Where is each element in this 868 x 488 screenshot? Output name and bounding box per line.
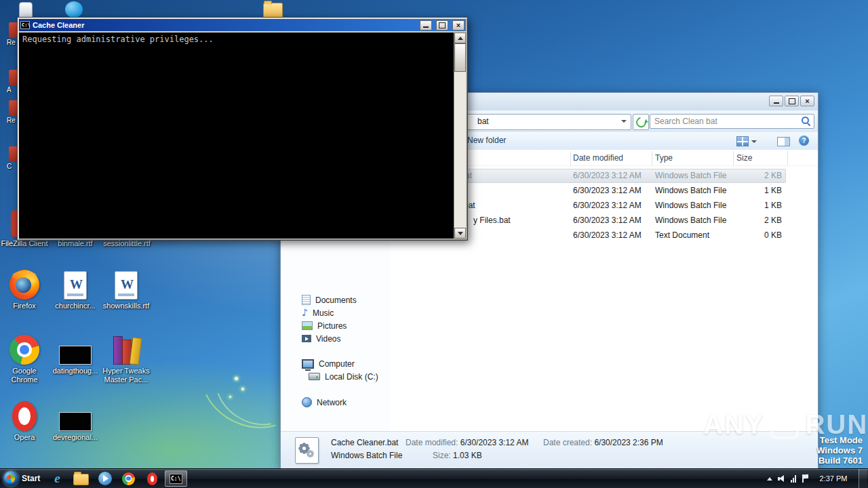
- scroll-down-button[interactable]: [454, 228, 466, 239]
- column-header-date-modified[interactable]: Date modified: [573, 153, 623, 163]
- taskbar-item-chrome[interactable]: [117, 470, 140, 487]
- refresh-button[interactable]: [633, 114, 649, 130]
- file-date: 6/30/2023 3:12 AM: [573, 186, 642, 195]
- minimize-icon: [423, 26, 429, 28]
- file-size: 1 KB: [733, 186, 782, 195]
- sidebar-item-label: Local Disk (C:): [325, 372, 378, 382]
- sidebar-item-network[interactable]: Network: [281, 396, 391, 409]
- cmd-scrollbar[interactable]: [454, 33, 466, 239]
- folder-icon: [73, 474, 89, 485]
- file-type: Windows Batch File: [655, 216, 726, 225]
- scrollbar-thumb[interactable]: [454, 43, 466, 72]
- search-box: [650, 114, 814, 129]
- desktop-icon-label: Hyper Tweaks Master Pac...: [102, 367, 150, 384]
- sidebar-item-music[interactable]: ♪ Music: [281, 306, 391, 319]
- desktop-icon-shownskills-rtf[interactable]: shownskills.rtf: [102, 270, 150, 310]
- taskbar-item-internet-explorer[interactable]: e: [46, 470, 68, 487]
- pictures-icon: [302, 321, 313, 330]
- rtf-document-icon: [64, 271, 87, 300]
- file-name-fragment: y Files.bat: [473, 216, 511, 225]
- desktop-icon-partial[interactable]: [9, 70, 17, 85]
- close-button[interactable]: ×: [800, 96, 814, 106]
- help-button[interactable]: ?: [799, 136, 809, 146]
- desktop-icon-partial[interactable]: [9, 100, 17, 116]
- file-date: 6/30/2023 3:12 AM: [573, 201, 642, 210]
- scroll-up-button[interactable]: [454, 33, 466, 43]
- cmd-output[interactable]: Requesting administrative privileges...: [19, 33, 454, 239]
- column-separator[interactable]: [652, 151, 652, 165]
- taskbar: Start e 2:37 PM: [0, 468, 868, 488]
- volume-icon[interactable]: [778, 475, 785, 483]
- desktop-icon-churchincr[interactable]: churchincr...: [52, 270, 99, 310]
- column-separator[interactable]: [570, 151, 571, 165]
- column-header-type[interactable]: Type: [655, 153, 673, 163]
- taskbar-item-windows-explorer[interactable]: [70, 470, 92, 487]
- search-input[interactable]: [650, 114, 814, 129]
- maximize-button[interactable]: [785, 96, 799, 106]
- desktop-icon-firefox[interactable]: Firefox: [1, 270, 48, 310]
- sidebar-item-label: Music: [313, 308, 334, 318]
- taskbar-item-opera[interactable]: [141, 470, 163, 487]
- watermark-text-any: ANY: [703, 409, 764, 440]
- taskbar-item-cmd-active[interactable]: [165, 470, 187, 487]
- file-type: Windows Batch File: [655, 201, 726, 210]
- sidebar-item-pictures[interactable]: Pictures: [281, 319, 391, 332]
- close-button[interactable]: ×: [452, 20, 465, 30]
- column-separator[interactable]: [787, 151, 788, 165]
- maximize-icon: [439, 22, 446, 28]
- cmd-window-title: Cache Cleaner: [33, 21, 416, 29]
- column-separator[interactable]: [733, 151, 734, 165]
- sidebar-item-videos[interactable]: Videos: [281, 332, 391, 345]
- sidebar-item-local-disk-c[interactable]: Local Disk (C:): [281, 370, 391, 383]
- file-type: Text Document: [655, 230, 709, 240]
- arrow-up-icon: [458, 37, 463, 40]
- desktop-icon-partial[interactable]: [9, 22, 17, 38]
- new-folder-button[interactable]: New folder: [467, 136, 506, 145]
- file-size: 0 KB: [733, 230, 782, 240]
- show-hidden-icons-button[interactable]: [767, 477, 772, 481]
- image-thumbnail-icon: [59, 412, 92, 431]
- show-desktop-button[interactable]: [859, 469, 867, 488]
- desktop-icon-google-chrome[interactable]: Google Chrome: [1, 335, 48, 384]
- desktop-folder-icon-partial[interactable]: [263, 3, 283, 18]
- cmd-titlebar[interactable]: Cache Cleaner ×: [19, 19, 466, 31]
- file-size: 1 KB: [733, 201, 782, 210]
- action-center-flag-icon[interactable]: [802, 474, 808, 483]
- desktop-icon-opera[interactable]: Opera: [1, 401, 48, 442]
- windows-orb-icon: [3, 471, 18, 486]
- desktop-icon-label-fragment: C: [7, 163, 12, 170]
- cmd-window: Cache Cleaner × Requesting administrativ…: [17, 17, 468, 241]
- preview-pane-button[interactable]: [777, 137, 790, 146]
- views-grid-icon: [736, 136, 749, 146]
- taskbar-clock[interactable]: 2:37 PM: [814, 474, 853, 483]
- details-date-created: Date created: 6/30/2023 2:36 PM: [543, 438, 663, 447]
- desktop-icon-devregional[interactable]: devregional...: [52, 401, 99, 442]
- test-mode-badge: Test Mode Windows 7 Build 7601: [816, 435, 863, 466]
- sidebar-item-documents[interactable]: Documents: [281, 293, 391, 306]
- desktop-icon-datingthoug[interactable]: datingthoug...: [52, 335, 99, 375]
- scrollbar-track[interactable]: [454, 43, 466, 228]
- sidebar-item-computer[interactable]: Computer: [281, 357, 391, 370]
- minimize-button[interactable]: [420, 20, 432, 30]
- test-mode-line: Test Mode: [816, 435, 863, 445]
- cmd-prompt-icon: [170, 474, 182, 484]
- maximize-button[interactable]: [436, 20, 448, 30]
- address-dropdown-button[interactable]: [618, 116, 629, 127]
- desktop-icon-label-fragment: A: [7, 86, 12, 94]
- start-button[interactable]: Start: [1, 470, 45, 487]
- change-view-button[interactable]: [736, 136, 757, 146]
- desktop-icon-partial[interactable]: [19, 2, 33, 18]
- taskbar-item-media-player[interactable]: [94, 470, 116, 487]
- desktop-icon-hyper-tweaks[interactable]: Hyper Tweaks Master Pac...: [102, 335, 150, 384]
- internet-explorer-icon: e: [54, 471, 60, 486]
- desktop-icon-partial[interactable]: [65, 1, 83, 18]
- desktop-icon-partial[interactable]: [9, 146, 17, 162]
- network-status-icon[interactable]: [791, 475, 796, 483]
- minimize-icon: [774, 102, 779, 104]
- column-header-size[interactable]: Size: [736, 153, 752, 163]
- documents-icon: [302, 295, 311, 305]
- desktop: Re A Re C FZ FileZilla Client binmale.rt…: [0, 0, 868, 488]
- cmd-body: Requesting administrative privileges...: [19, 33, 466, 239]
- minimize-button[interactable]: [769, 96, 783, 106]
- videos-icon: [302, 335, 311, 342]
